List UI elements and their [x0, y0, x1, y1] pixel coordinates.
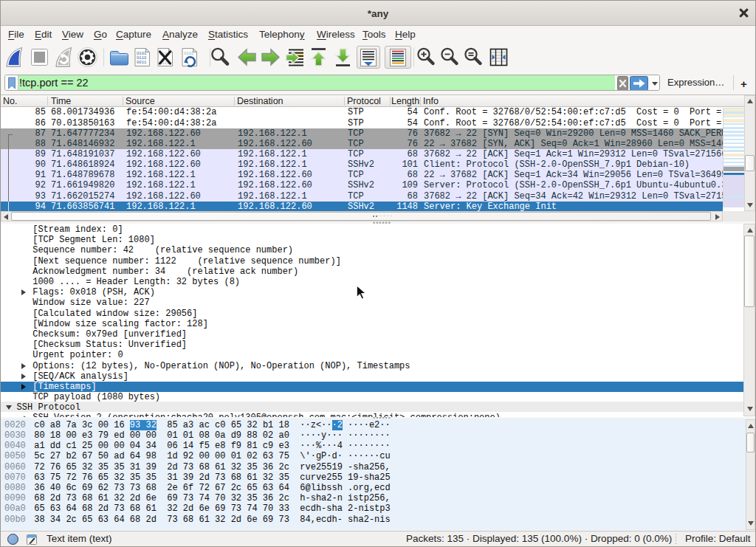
svg-text:0101: 0101 [184, 51, 194, 56]
svg-text:0011: 0011 [137, 60, 147, 65]
